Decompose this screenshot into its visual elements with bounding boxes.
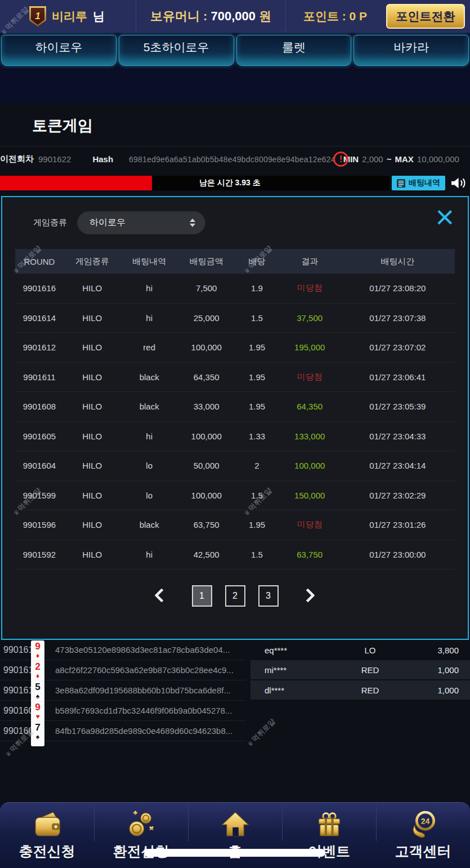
table-row: 9901614HILOhi25,0001.537,50001/27 23:07:… [15,304,455,333]
round-hash: a8cf26f22760c5963a62e9b87c36b0c28ee4c9..… [55,665,234,675]
round-hash: 473b3e05120e89863d3ec81ac78cba63de04... [55,645,230,655]
nav-deposit[interactable]: 충전신청 [0,803,94,868]
user-section: 1 비리루 님 [0,0,136,33]
bottom-nav: 충전신청 환전신청 홈 [0,802,470,868]
round-hash: 84fb176a98d285de989c0e4689d60c94623b8... [55,726,232,736]
game-type-select[interactable]: 하이로우 [77,211,205,234]
nav-events[interactable]: 이벤트 [282,803,376,868]
select-up-down-icon [190,219,195,227]
col-odds: 배당 [235,256,279,267]
nav-home[interactable]: 홈 [188,803,282,868]
game-type-label: 게임종류 [33,217,67,228]
hash-label: Hash [92,154,113,164]
betting-history-button[interactable]: 배팅내역 [392,176,445,190]
page-button-1[interactable]: 1 [192,585,212,607]
table-row: 9901596HILOblack63,7501.95미당첨01/27 23:01… [15,510,455,540]
table-row: 9901604HILOlo50,0002100,00001/27 23:04:1… [15,451,455,481]
col-game-type: 게임종류 [64,256,121,267]
timer-progress-bar: 남은 시간 3.93 초 [0,176,390,190]
round-hash-list: 9901612 9 ♦ 473b3e05120e89863d3ec81ac78c… [0,640,246,741]
table-row: 9901616HILOhi7,5001.9미당첨01/27 23:08:20 [15,274,455,304]
level-badge-icon: 1 [29,6,46,26]
pagination: 1 2 3 [2,585,468,607]
col-bet-time: 배팅시간 [341,256,455,267]
round-info-row: 이전회차 9901622 Hash 6981ed9e6a6a51ab0b5b48… [0,146,470,172]
tilde: ~ [387,154,392,164]
balance-unit: 원 [259,8,271,25]
max-value: 10,000,000 [417,154,459,164]
min-max-limits: MIN 2,000 ~ MAX 10,000,000 [343,154,459,164]
svg-text:24: 24 [420,817,429,826]
wallet-icon [32,808,63,840]
username: 비리루 [52,8,87,24]
betting-history-table: ROUND 게임종류 배팅내역 배팅금액 배당 결과 배팅시간 9901616H… [15,249,455,569]
table-row: 9901611HILOblack64,3501.95미당첨01/27 23:06… [15,363,455,393]
page-title: 토큰게임 [32,115,93,136]
header: 1 비리루 님 보유머니 : 700,000 원 포인트 : 0 P 포인트전환 [0,0,470,34]
col-bet-pick: 배팅내역 [120,256,178,267]
table-row: 9901608HILOblack33,0001.9564,35001/27 23… [15,392,455,422]
app-screen: 1 비리루 님 보유머니 : 700,000 원 포인트 : 0 P 포인트전환… [0,0,470,868]
round-hash: b589fc7693cd1d7bc32446f9f06b9a0b045278..… [55,706,232,715]
home-icon [220,808,251,840]
alert-icon: ! [333,152,348,167]
bettor-list: eq**** LO 3,800 mi**** RED 1,000 dl**** … [250,640,470,701]
next-page-icon[interactable] [299,585,321,607]
points-text: 포인트 : 0 P [303,8,367,24]
modal-header: 게임종류 하이로우 × [2,197,468,249]
round-hash: 3e88a62df09d195688bb60b10bd75bca6de8f... [55,686,231,695]
time-remaining-text: 남은 시간 3.93 초 [199,176,261,190]
page-button-2[interactable]: 2 [225,585,245,607]
prev-round-label: 이전회차 [0,154,34,164]
bettor-row: eq**** LO 3,800 [250,640,470,660]
table-row: 9901592HILOhi42,5001.563,75001/27 23:00:… [15,540,455,570]
timer-row: 남은 시간 3.93 초 배팅내역 [0,176,470,190]
point-convert-button[interactable]: 포인트전환 [386,4,465,29]
support-24-icon: 24 [408,808,439,840]
prev-round-value: 9901622 [38,154,71,164]
page-button-3[interactable]: 3 [258,585,279,607]
username-suffix: 님 [93,8,105,24]
nav-withdraw[interactable]: 환전신청 [94,803,188,868]
exchange-coins-icon [126,808,157,840]
bettor-row: mi**** RED 1,000 [250,660,470,680]
col-bet-amount: 배팅금액 [178,256,235,267]
round-hash-row: 9901609 9 ♥ b589fc7693cd1d7bc32446f9f06b… [0,701,246,721]
playing-card-7-spade: 7 ♠ [31,722,44,746]
balance-section: 보유머니 : 700,000 원 [136,0,286,33]
table-row: 9901599HILOlo100,0001.5150,00001/27 23:0… [15,481,455,511]
col-round: ROUND [15,257,64,266]
home-indicator[interactable] [144,849,325,857]
betting-history-modal: 게임종류 하이로우 × ROUND 게임종류 배팅내역 배팅금액 배당 결과 배… [1,196,469,640]
tab-5sec-hilo[interactable]: 5초하이로우 [119,35,234,66]
prev-page-icon[interactable] [150,585,171,607]
table-row: 9901605HILOhi100,0001.33133,00001/27 23:… [15,422,455,452]
tab-roulette[interactable]: 룰렛 [236,35,352,66]
list-icon [397,179,405,188]
tab-baccarat[interactable]: 바카라 [353,35,469,66]
convert-section: 포인트전환 [384,0,470,33]
col-result: 결과 [279,256,341,267]
tab-hilo[interactable]: 하이로우 [1,35,117,66]
game-tabs: 하이로우 5초하이로우 룰렛 바카라 [1,35,469,66]
close-icon[interactable]: × [435,201,454,233]
table-header-row: ROUND 게임종류 배팅내역 배팅금액 배당 결과 배팅시간 [15,249,455,274]
round-hash-row: 9901610 5 ♠ 3e88a62df09d195688bb60b10bd7… [0,680,246,701]
sound-icon[interactable] [449,174,467,192]
timer-progress-fill [0,176,152,190]
bettor-row: dl**** RED 1,000 [250,680,470,701]
round-hash-row: 9901608 7 ♠ 84fb176a98d285de989c0e4689d6… [0,721,246,741]
round-hash-row: 9901611 2 ♦ a8cf26f22760c5963a62e9b87c36… [0,660,246,680]
nav-support[interactable]: 24 고객센터 [376,803,470,868]
balance-label: 보유머니 : [150,8,207,25]
game-type-selected-value: 하이로우 [89,217,190,229]
table-row: 9901612HILOred100,0001.95195,00001/27 23… [15,333,455,363]
points-section: 포인트 : 0 P [286,0,384,33]
gift-icon [314,808,345,840]
round-hash-row: 9901612 9 ♦ 473b3e05120e89863d3ec81ac78c… [0,640,246,660]
min-value: 2,000 [362,154,383,164]
hash-value: 6981ed9e6a6a51ab0b5b48e49bdc8009e8e94bea… [129,155,335,164]
max-label: MAX [395,154,413,164]
balance-value: 700,000 [211,9,256,24]
